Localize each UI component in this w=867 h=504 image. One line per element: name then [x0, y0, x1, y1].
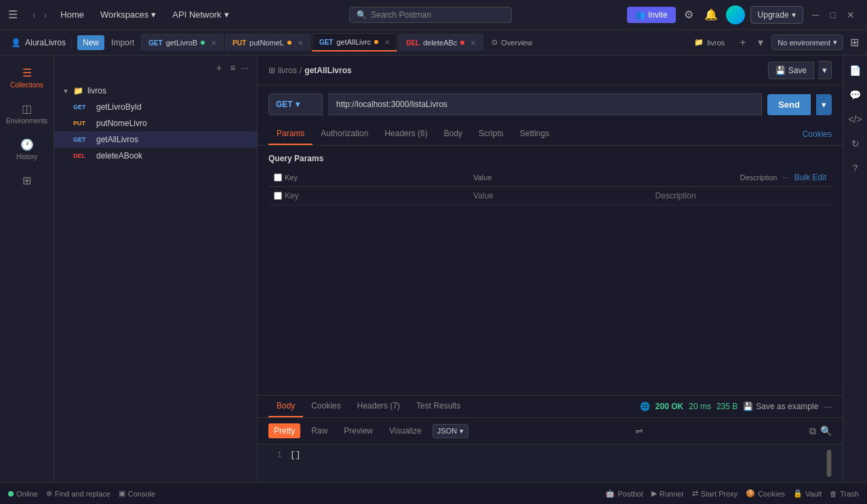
back-button[interactable]: ‹	[30, 7, 39, 23]
value-input[interactable]	[473, 191, 644, 201]
env-selector[interactable]: No environment ▾	[771, 35, 843, 50]
tree-item-getLivroById[interactable]: GET getLivroById	[54, 99, 257, 115]
wrap-lines-button[interactable]: ⇌	[635, 425, 643, 436]
tab-getAllLivrc[interactable]: GET getAllLivrc ✕	[312, 33, 397, 51]
req-tab-headers[interactable]: Headers (6)	[376, 123, 435, 145]
req-tab-params[interactable]: Params	[268, 123, 312, 145]
forward-button[interactable]: ›	[41, 7, 50, 23]
code-icon[interactable]: </>	[844, 110, 866, 129]
save-button[interactable]: 💾 Save	[768, 62, 814, 79]
invite-button[interactable]: 👥 Invite	[627, 7, 676, 23]
help-icon[interactable]: ?	[849, 159, 862, 177]
start-proxy-item[interactable]: ⇄ Start Proxy	[692, 489, 738, 498]
resp-tab-headers[interactable]: Headers (7)	[349, 396, 408, 417]
sidebar-item-history[interactable]: 🕐 History	[3, 133, 51, 166]
minimize-button[interactable]: ─	[809, 8, 824, 22]
upgrade-button[interactable]: Upgrade ▾	[750, 6, 803, 24]
tab-deleteABc[interactable]: DEL deleteABc ✕	[399, 34, 483, 51]
bulk-edit-button[interactable]: Bulk Edit	[794, 173, 826, 182]
tree-item-deleteABook[interactable]: DEL deleteABook	[54, 148, 257, 164]
add-collection-button[interactable]: +	[214, 61, 224, 75]
tab-method-getAllLivrc: GET	[319, 39, 334, 46]
postbot-item[interactable]: 🤖 Postbot	[605, 489, 643, 498]
resp-tab-body[interactable]: Body	[268, 396, 303, 417]
copy-button[interactable]: ⧉	[809, 425, 816, 437]
livros-tab[interactable]: 📁 livros	[687, 34, 731, 51]
req-tab-scripts[interactable]: Scripts	[470, 123, 512, 145]
collection-root-livros[interactable]: ▼ 📁 livros	[54, 83, 257, 99]
method-select[interactable]: GET ▾	[268, 93, 323, 115]
menu-icon[interactable]: ☰	[8, 8, 24, 21]
key-input[interactable]	[285, 191, 462, 201]
api-network-caret: ▾	[224, 9, 229, 20]
req-tab-settings[interactable]: Settings	[512, 123, 557, 145]
format-tab-raw[interactable]: Raw	[306, 423, 333, 438]
cookies-status-item[interactable]: 🍪 Cookies	[746, 489, 785, 498]
tab-overflow-button[interactable]: ▾	[754, 35, 767, 50]
close-button[interactable]: ✕	[843, 8, 859, 22]
search-bar[interactable]: 🔍 Search Postman	[240, 7, 622, 23]
req-tab-body[interactable]: Body	[436, 123, 470, 145]
resp-tab-cookies[interactable]: Cookies	[303, 396, 348, 417]
key-cell	[268, 187, 468, 205]
tab-method-getLivroB: GET	[148, 39, 163, 47]
workspace-name[interactable]: 👤 AluraLivros	[5, 38, 72, 47]
import-button[interactable]: Import	[106, 35, 140, 50]
settings-button[interactable]: ⚙	[681, 5, 696, 24]
tab-getLivroB[interactable]: GET getLivroB ✕	[141, 34, 224, 51]
api-network-button[interactable]: API Network ▾	[167, 7, 234, 22]
search-input-wrap[interactable]: 🔍 Search Postman	[349, 7, 512, 23]
req-tab-auth[interactable]: Authorization	[312, 123, 376, 145]
comments-icon[interactable]: 💬	[845, 85, 865, 104]
response-size: 235 B	[717, 402, 738, 411]
format-tab-visualize[interactable]: Visualize	[384, 423, 427, 438]
tab-close-deleteABc[interactable]: ✕	[470, 39, 476, 47]
tab-putNomeL[interactable]: PUT putNomeL ✕	[225, 34, 310, 51]
response-more-button[interactable]: ···	[824, 401, 832, 412]
search-response-button[interactable]: 🔍	[820, 425, 832, 437]
avatar[interactable]	[726, 5, 745, 24]
tab-close-putNomeL[interactable]: ✕	[298, 39, 303, 47]
send-dropdown-button[interactable]: ▾	[816, 94, 832, 115]
url-input[interactable]	[328, 93, 762, 115]
row-checkbox[interactable]	[274, 192, 282, 200]
add-tab-button[interactable]: +	[735, 35, 750, 50]
vertical-scrollbar[interactable]	[826, 450, 832, 477]
bulk-dots[interactable]: ···	[782, 173, 788, 182]
runner-item[interactable]: ▶ Runner	[651, 489, 684, 498]
format-tab-pretty[interactable]: Pretty	[268, 423, 300, 438]
format-tab-preview[interactable]: Preview	[338, 423, 378, 438]
home-link[interactable]: Home	[55, 7, 89, 22]
sort-button[interactable]: ≡	[227, 61, 238, 75]
sidebar-item-environments[interactable]: ◫ Environments	[3, 97, 51, 130]
doc-icon[interactable]: 📄	[845, 61, 865, 80]
desc-input[interactable]	[656, 191, 826, 201]
cookies-button[interactable]: Cookies	[803, 129, 832, 139]
key-checkbox[interactable]	[274, 173, 282, 182]
sidebar-item-apps[interactable]: ⊞	[3, 169, 51, 194]
environment-icon-btn[interactable]: ⊞	[847, 33, 862, 51]
more-options-button[interactable]: ···	[241, 62, 249, 73]
new-button[interactable]: New	[77, 35, 104, 50]
notifications-button[interactable]: 🔔	[702, 5, 721, 24]
json-format-select[interactable]: JSON ▾	[432, 424, 468, 438]
send-button[interactable]: Send	[767, 94, 811, 115]
maximize-button[interactable]: □	[826, 8, 840, 22]
sidebar-item-collections[interactable]: ☰ Collections	[3, 61, 51, 94]
refresh-icon[interactable]: ↻	[847, 134, 864, 153]
tree-item-getAllLivros[interactable]: GET getAllLivros	[54, 131, 257, 148]
workspaces-button[interactable]: Workspaces ▾	[95, 7, 161, 22]
tab-close-getAllLivrc[interactable]: ✕	[384, 39, 390, 46]
save-example-button[interactable]: 💾 Save as example	[743, 402, 818, 411]
vault-item[interactable]: 🔒 Vault	[793, 489, 822, 498]
tab-close-getLivroB[interactable]: ✕	[211, 39, 216, 47]
overview-tab[interactable]: ⊙ Overview	[485, 34, 539, 51]
resp-tab-test-results[interactable]: Test Results	[408, 396, 468, 417]
collection-folder-icon: 📁	[73, 86, 83, 96]
save-dropdown-button[interactable]: ▾	[818, 61, 832, 79]
tree-item-putNomeLivro[interactable]: PUT putNomeLivro	[54, 115, 257, 131]
console-item[interactable]: ▣ Console	[119, 489, 155, 498]
trash-item[interactable]: 🗑 Trash	[830, 490, 859, 498]
online-status[interactable]: Online	[8, 490, 38, 498]
find-replace-item[interactable]: ⊕ Find and replace	[46, 489, 110, 498]
